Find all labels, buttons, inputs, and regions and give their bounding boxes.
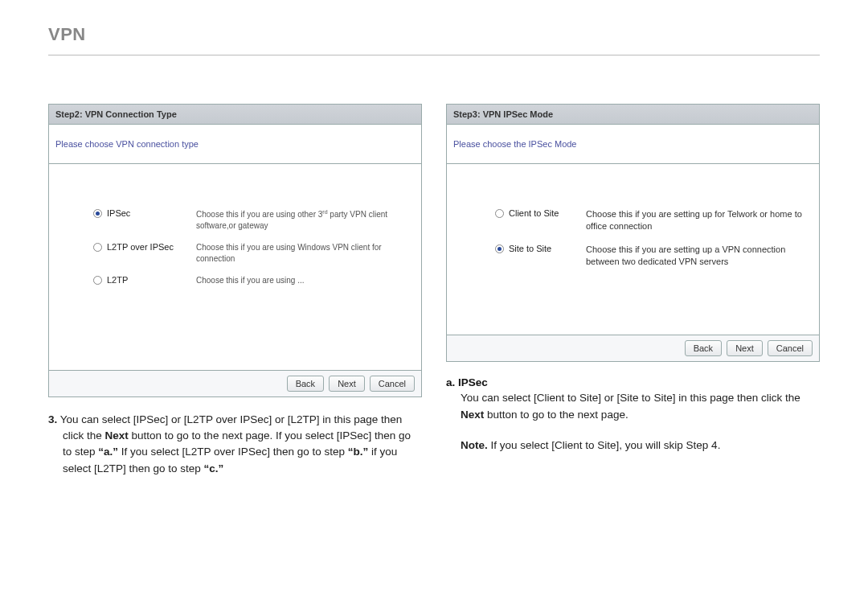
cancel-button[interactable]: Cancel (768, 340, 813, 356)
option-l2tp-ipsec[interactable]: L2TP over IPSec Choose this if you are u… (93, 242, 413, 264)
right-column: Step3: VPN IPSec Mode Please choose the … (446, 104, 820, 477)
left-caption: 3. You can select [IPSec] or [L2TP over … (48, 412, 422, 477)
wizard-step3-body: Client to Site Choose this if you are se… (447, 164, 819, 335)
radio-icon[interactable] (495, 244, 504, 253)
option-client-to-site[interactable]: Client to Site Choose this if you are se… (495, 208, 803, 232)
page-title: VPN (48, 24, 820, 55)
right-caption-body: You can select [Client to Site] or [Site… (446, 390, 820, 423)
option-label: L2TP over IPSec (107, 242, 191, 252)
radio-icon[interactable] (93, 243, 102, 252)
cancel-button[interactable]: Cancel (370, 376, 415, 392)
option-ipsec[interactable]: IPSec Choose this if you are using other… (93, 208, 413, 231)
wizard-step2: Step2: VPN Connection Type Please choose… (48, 104, 422, 397)
right-caption-note: Note. If you select [Client to Site], yo… (446, 438, 820, 454)
option-label: IPSec (107, 208, 191, 218)
option-label: L2TP (107, 275, 191, 285)
option-label: Site to Site (509, 244, 581, 253)
option-desc: Choose this if you are using other 3rd p… (196, 208, 413, 231)
wizard-step3-header: Step3: VPN IPSec Mode (447, 105, 819, 125)
wizard-step2-footer: Back Next Cancel (49, 370, 421, 396)
page-root: VPN Step2: VPN Connection Type Please ch… (0, 0, 868, 608)
wizard-step2-banner: Please choose VPN connection type (49, 125, 421, 164)
radio-icon[interactable] (93, 209, 102, 218)
option-l2tp[interactable]: L2TP Choose this if you are using ... (93, 275, 413, 286)
option-desc: Choose this if you are setting up for Te… (586, 208, 803, 232)
option-desc: Choose this if you are setting up a VPN … (586, 244, 803, 268)
option-desc: Choose this if you are using ... (196, 275, 305, 286)
option-label: Client to Site (509, 208, 581, 218)
option-site-to-site[interactable]: Site to Site Choose this if you are sett… (495, 244, 803, 268)
wizard-step3: Step3: VPN IPSec Mode Please choose the … (446, 104, 820, 362)
wizard-step2-body: IPSec Choose this if you are using other… (49, 164, 421, 370)
back-button[interactable]: Back (287, 376, 324, 392)
wizard-step2-header: Step2: VPN Connection Type (49, 105, 421, 125)
back-button[interactable]: Back (685, 340, 722, 356)
wizard-step3-banner: Please choose the IPSec Mode (447, 125, 819, 164)
right-caption-heading: a. IPSec (446, 376, 820, 388)
radio-icon[interactable] (93, 276, 102, 285)
left-column: Step2: VPN Connection Type Please choose… (48, 104, 422, 477)
next-button[interactable]: Next (727, 340, 763, 356)
option-desc: Choose this if you are using Windows VPN… (196, 242, 413, 264)
columns: Step2: VPN Connection Type Please choose… (48, 104, 820, 477)
radio-icon[interactable] (495, 209, 504, 218)
wizard-step3-footer: Back Next Cancel (447, 335, 819, 361)
next-button[interactable]: Next (329, 376, 365, 392)
